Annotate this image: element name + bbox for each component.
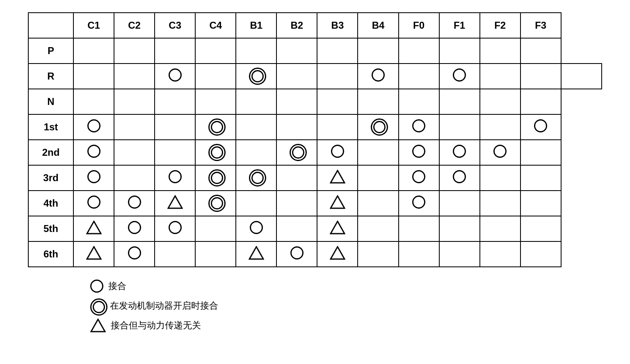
table-cell xyxy=(317,191,358,216)
triangle-symbol xyxy=(330,221,345,234)
table-cell xyxy=(317,140,358,165)
legend-double-circle-icon xyxy=(90,298,105,313)
table-row: 1st xyxy=(28,114,602,140)
table-cell xyxy=(480,241,520,267)
table-cell xyxy=(236,89,276,114)
row-label: P xyxy=(28,38,73,64)
svg-marker-2 xyxy=(331,196,345,208)
table-cell xyxy=(480,165,520,191)
table-cell xyxy=(73,89,114,114)
table-cell xyxy=(399,38,439,64)
circle-symbol xyxy=(412,170,425,183)
svg-marker-7 xyxy=(331,247,345,259)
table-cell xyxy=(276,140,317,165)
table-cell xyxy=(317,114,358,140)
table-cell xyxy=(236,38,276,64)
table-cell xyxy=(114,38,155,64)
table-cell xyxy=(520,165,561,191)
double-circle-symbol xyxy=(249,169,264,184)
table-cell xyxy=(439,241,480,267)
table-cell xyxy=(236,114,276,140)
legend-circle: 接合 xyxy=(90,277,218,295)
table-cell xyxy=(236,165,276,191)
header-b1: B1 xyxy=(236,13,276,38)
table-row: 4th xyxy=(28,191,602,216)
header-f1: F1 xyxy=(439,13,480,38)
table-cell xyxy=(195,89,236,114)
table-cell xyxy=(155,38,195,64)
circle-symbol xyxy=(331,145,344,158)
table-cell xyxy=(399,64,439,89)
table-cell xyxy=(155,191,195,216)
row-label: 4th xyxy=(28,191,73,216)
circle-symbol xyxy=(250,221,263,234)
table-cell xyxy=(480,140,520,165)
table-cell xyxy=(317,216,358,241)
table-row: R xyxy=(28,64,602,89)
circle-symbol xyxy=(412,145,425,158)
table-cell xyxy=(399,241,439,267)
circle-symbol xyxy=(372,68,385,82)
table-cell xyxy=(480,216,520,241)
table-cell xyxy=(155,114,195,140)
table-row: N xyxy=(28,89,602,114)
table-cell xyxy=(439,114,480,140)
triangle-symbol xyxy=(330,246,345,260)
legend-triangle-text: 接合但与动力传递无关 xyxy=(111,316,201,334)
header-f3: F3 xyxy=(520,13,561,38)
table-cell xyxy=(358,89,398,114)
circle-symbol xyxy=(87,145,100,158)
table-cell xyxy=(317,89,358,114)
legend-section: 接合 在发动机制动器开启时接合 接合但与动力传递无关 xyxy=(90,277,218,336)
table-cell xyxy=(520,140,561,165)
circle-symbol xyxy=(290,246,304,259)
table-cell xyxy=(520,38,561,64)
triangle-symbol xyxy=(86,246,102,260)
circle-symbol xyxy=(169,221,182,234)
table-row: 3rd xyxy=(28,165,602,191)
row-label: 3rd xyxy=(28,165,73,191)
triangle-symbol xyxy=(86,221,102,234)
table-cell xyxy=(276,165,317,191)
table-cell xyxy=(195,64,236,89)
double-circle-symbol xyxy=(371,118,386,133)
table-cell xyxy=(114,165,155,191)
table-cell xyxy=(195,114,236,140)
table-cell xyxy=(520,216,561,241)
svg-marker-4 xyxy=(331,221,345,234)
header-c2: C2 xyxy=(114,13,155,38)
header-f0: F0 xyxy=(399,13,439,38)
row-label: N xyxy=(28,89,73,114)
table-cell xyxy=(236,64,276,89)
table-row: P xyxy=(28,38,602,64)
double-circle-symbol xyxy=(208,118,223,133)
svg-marker-0 xyxy=(331,171,345,183)
table-cell xyxy=(155,89,195,114)
main-table-wrapper: C1 C2 C3 C4 B1 B2 B3 B4 F0 F1 F2 F3 PRN1… xyxy=(28,12,602,267)
table-cell xyxy=(399,216,439,241)
table-cell xyxy=(317,38,358,64)
table-cell xyxy=(480,89,520,114)
table-cell xyxy=(480,38,520,64)
table-cell xyxy=(276,38,317,64)
circle-symbol xyxy=(534,119,547,132)
triangle-symbol xyxy=(330,195,345,209)
table-row: 5th xyxy=(28,216,602,241)
circle-symbol xyxy=(128,221,141,234)
table-cell xyxy=(399,140,439,165)
circle-symbol xyxy=(453,145,466,158)
table-cell xyxy=(195,191,236,216)
circle-symbol xyxy=(169,68,182,82)
table-cell xyxy=(73,114,114,140)
row-label: 1st xyxy=(28,114,73,140)
double-circle-symbol xyxy=(249,68,264,82)
row-label: 2nd xyxy=(28,140,73,165)
table-cell xyxy=(561,64,602,89)
table-cell xyxy=(114,241,155,267)
header-b2: B2 xyxy=(276,13,317,38)
double-circle-symbol xyxy=(290,144,304,159)
table-cell xyxy=(236,216,276,241)
table-cell xyxy=(439,64,480,89)
double-circle-symbol xyxy=(208,169,223,184)
table-cell xyxy=(114,216,155,241)
